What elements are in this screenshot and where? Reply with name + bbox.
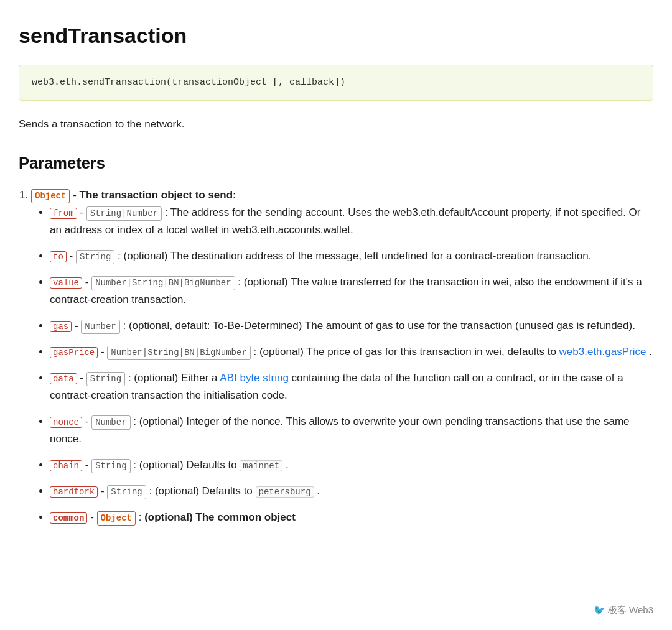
param-from: from — [50, 208, 77, 219]
type-string-3: String — [91, 459, 130, 473]
list-item: from - String|Number : The address for t… — [50, 204, 653, 239]
type-string: String — [76, 250, 114, 264]
parameters-heading: Parameters — [19, 151, 653, 176]
type-number: Number — [81, 320, 119, 334]
param-chain: chain — [50, 460, 82, 471]
list-item: gasPrice - Number|String|BN|BigNumber : … — [50, 343, 653, 361]
param-value: value — [50, 277, 82, 289]
web3-gas-price-link[interactable]: web3.eth.gasPrice — [559, 346, 646, 358]
type-string-number: String|Number — [86, 206, 162, 221]
type-number-string-bn-bignumber-2: Number|String|BN|BigNumber — [107, 346, 250, 360]
list-item: gas - Number : (optional, default: To-Be… — [50, 317, 653, 335]
param-gasprice: gasPrice — [50, 347, 98, 358]
list-item: to - String : (optional) The destination… — [50, 248, 653, 265]
type-number-string-bn-bignumber: Number|String|BN|BigNumber — [91, 276, 235, 290]
list-item: data - String : (optional) Either a ABI … — [50, 369, 653, 404]
description: Sends a transaction to the network. — [19, 116, 653, 132]
code-text: web3.eth.sendTransaction(transactionObje… — [32, 77, 345, 88]
list-item: value - Number|String|BN|BigNumber : (op… — [50, 274, 653, 308]
type-number-2: Number — [91, 415, 130, 430]
petersburg-code: petersburg — [256, 486, 314, 498]
param-common: common — [50, 512, 87, 524]
mainnet-code: mainnet — [240, 460, 282, 471]
param-item-object: Object - The transaction object to send:… — [31, 187, 653, 526]
type-string-4: String — [107, 485, 146, 499]
param-list: Object - The transaction object to send:… — [31, 187, 653, 526]
code-block: web3.eth.sendTransaction(transactionObje… — [19, 65, 653, 101]
list-item: common - Object : (optional) The common … — [50, 509, 653, 526]
page-title: sendTransaction — [19, 19, 653, 52]
param-to: to — [50, 251, 67, 262]
object-description: - The transaction object to send: — [73, 189, 236, 201]
param-hardfork: hardfork — [50, 486, 98, 498]
param-data: data — [50, 373, 77, 384]
abi-byte-string-link[interactable]: ABI byte string — [220, 372, 289, 384]
param-nonce: nonce — [50, 417, 82, 428]
sub-param-list: from - String|Number : The address for t… — [50, 204, 653, 527]
type-object-2: Object — [97, 511, 136, 526]
param-gas: gas — [50, 321, 72, 332]
list-item: hardfork - String : (optional) Defaults … — [50, 483, 653, 500]
type-string-2: String — [86, 372, 125, 386]
list-item: chain - String : (optional) Defaults to … — [50, 456, 653, 474]
list-item: nonce - Number : (optional) Integer of t… — [50, 413, 653, 448]
object-type-badge: Object — [31, 189, 70, 203]
